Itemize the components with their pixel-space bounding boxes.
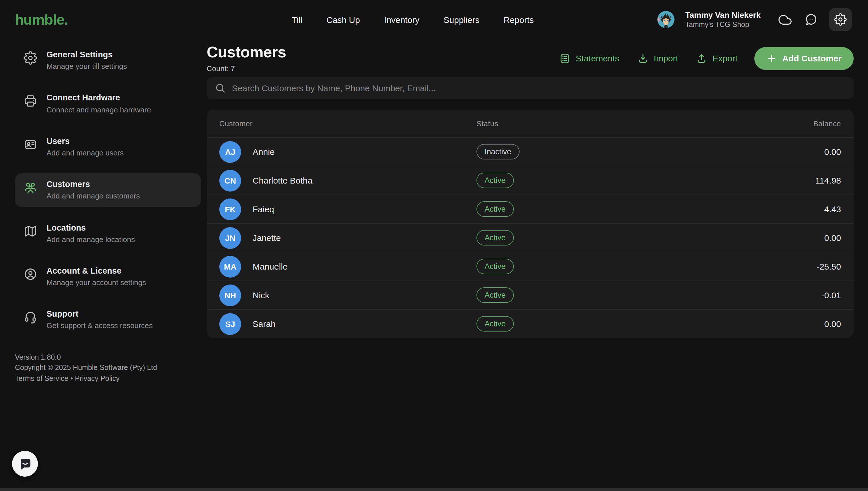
customer-name: Nick [252, 290, 269, 300]
avatar: NH [219, 284, 241, 306]
terms-of-service-link[interactable]: Terms of Service [15, 375, 68, 383]
table-row[interactable]: MA Manuelle Active -25.50 [207, 252, 853, 281]
sidebar-item-subtitle: Get support & access resources [47, 321, 153, 331]
chat-smile-icon [18, 456, 32, 471]
export-button[interactable]: Export [696, 53, 738, 64]
table-row[interactable]: NH Nick Active -0.01 [207, 281, 853, 309]
support-chat-launcher[interactable] [12, 451, 38, 476]
customer-name: Charlotte Botha [252, 175, 312, 185]
dot-separator: • [70, 375, 73, 383]
user-info[interactable]: Tammy Van Niekerk Tammy's TCG Shop [685, 10, 761, 29]
sidebar-item-title: Account & License [47, 266, 146, 276]
table-row[interactable]: JN Janette Active 0.00 [207, 223, 853, 252]
statements-icon [559, 53, 571, 64]
import-label: Import [654, 53, 678, 63]
customer-name: Faieq [252, 204, 274, 214]
sidebar-item-title: Locations [47, 222, 135, 233]
settings-sidebar: General Settings Manage your till settin… [0, 39, 205, 384]
avatar: MA [219, 256, 241, 277]
avatar: FK [219, 198, 241, 220]
page-actions: Statements Import Export Add Customer [559, 47, 853, 70]
sidebar-item-subtitle: Add and manage customers [47, 192, 140, 201]
top-bar-right: Tammy Van Niekerk Tammy's TCG Shop [657, 8, 852, 31]
table-row[interactable]: CN Charlotte Botha Active 114.98 [207, 166, 853, 195]
cloud-sync-button[interactable] [777, 12, 792, 27]
printer-icon [24, 94, 37, 108]
sidebar-item-users[interactable]: Users Add and manage users [15, 130, 201, 164]
sidebar-item-support[interactable]: Support Get support & access resources [15, 303, 201, 337]
status-badge: Active [477, 201, 514, 217]
balance-value: 0.00 [824, 147, 841, 156]
balance-value: 4.43 [824, 204, 841, 214]
customer-cell: CN Charlotte Botha [219, 170, 477, 191]
nav-item-inventory[interactable]: Inventory [384, 15, 419, 24]
person-circle-icon [24, 267, 37, 281]
sidebar-item-subtitle: Connect and manage hardware [47, 105, 151, 115]
balance-value: 0.00 [824, 233, 841, 242]
window-edge [0, 488, 868, 491]
status-badge: Active [477, 316, 514, 331]
app-window: humble. Till Cash Up Inventory Suppliers… [0, 0, 868, 491]
import-button[interactable]: Import [637, 53, 678, 64]
sidebar-item-locations[interactable]: Locations Add and manage locations [15, 216, 201, 250]
version-label: Version 1.80.0 [15, 352, 205, 363]
headset-icon [24, 311, 37, 324]
nav-item-cash-up[interactable]: Cash Up [326, 15, 360, 24]
sidebar-item-subtitle: Manage your account settings [47, 278, 146, 288]
avatar: JN [219, 227, 241, 249]
sidebar-item-title: General Settings [47, 49, 127, 60]
column-header-balance: Balance [813, 119, 841, 127]
nav-item-suppliers[interactable]: Suppliers [443, 15, 479, 24]
sidebar-item-subtitle: Add and manage locations [47, 235, 135, 244]
page-header: Customers Count: 7 Statements Import Exp… [207, 44, 853, 73]
sidebar-item-customers[interactable]: Customers Add and manage customers [15, 173, 201, 207]
sidebar-item-connect-hardware[interactable]: Connect Hardware Connect and manage hard… [15, 87, 201, 120]
import-icon [637, 53, 649, 64]
customer-cell: MA Manuelle [219, 256, 477, 277]
gear-icon [24, 51, 37, 65]
statements-button[interactable]: Statements [559, 53, 619, 64]
table-row[interactable]: SJ Sarah Active 0.00 [207, 309, 853, 338]
balance-value: -0.01 [821, 290, 841, 300]
id-card-icon [24, 138, 37, 151]
nav-item-reports[interactable]: Reports [504, 15, 534, 24]
avatar: SJ [219, 313, 241, 335]
column-header-customer: Customer [219, 119, 477, 127]
settings-button[interactable] [829, 8, 852, 31]
copyright-label: Copyright © 2025 Humble Software (Pty) L… [15, 363, 205, 374]
sidebar-item-title: Customers [47, 179, 140, 189]
avatar-illustration [657, 11, 674, 28]
search-input[interactable] [232, 83, 846, 93]
customer-count: Count: 7 [207, 64, 286, 73]
customers-table: Customer Status Balance AJ Annie Inactiv… [207, 110, 853, 338]
statements-label: Statements [576, 53, 619, 63]
balance-value: -25.50 [817, 262, 841, 271]
humble-logo: humble. [15, 11, 68, 28]
add-customer-label: Add Customer [782, 53, 842, 63]
page-layout: General Settings Manage your till settin… [0, 39, 868, 384]
customer-cell: NH Nick [219, 284, 477, 306]
table-row[interactable]: FK Faieq Active 4.43 [207, 195, 853, 223]
search-icon [215, 83, 226, 93]
export-icon [696, 53, 708, 64]
map-icon [24, 224, 37, 238]
sidebar-item-account-license[interactable]: Account & License Manage your account se… [15, 260, 201, 293]
avatar: CN [219, 170, 241, 191]
sidebar-item-general-settings[interactable]: General Settings Manage your till settin… [15, 44, 201, 77]
top-bar: humble. Till Cash Up Inventory Suppliers… [0, 0, 868, 39]
gear-icon [834, 13, 847, 26]
legal-links: Terms of Service • Privacy Policy [15, 373, 205, 384]
user-avatar[interactable] [657, 11, 674, 28]
customer-cell: FK Faieq [219, 198, 477, 220]
chat-button[interactable] [803, 12, 818, 27]
balance-value: 114.98 [815, 175, 841, 185]
sidebar-item-title: Users [47, 136, 124, 146]
table-row[interactable]: AJ Annie Inactive 0.00 [207, 137, 853, 166]
nav-item-till[interactable]: Till [292, 15, 302, 24]
customers-page: Customers Count: 7 Statements Import Exp… [205, 39, 868, 338]
add-customer-button[interactable]: Add Customer [754, 47, 853, 70]
user-org: Tammy's TCG Shop [685, 21, 761, 29]
privacy-policy-link[interactable]: Privacy Policy [75, 375, 120, 383]
customer-name: Janette [252, 233, 281, 242]
plus-icon [766, 53, 777, 63]
